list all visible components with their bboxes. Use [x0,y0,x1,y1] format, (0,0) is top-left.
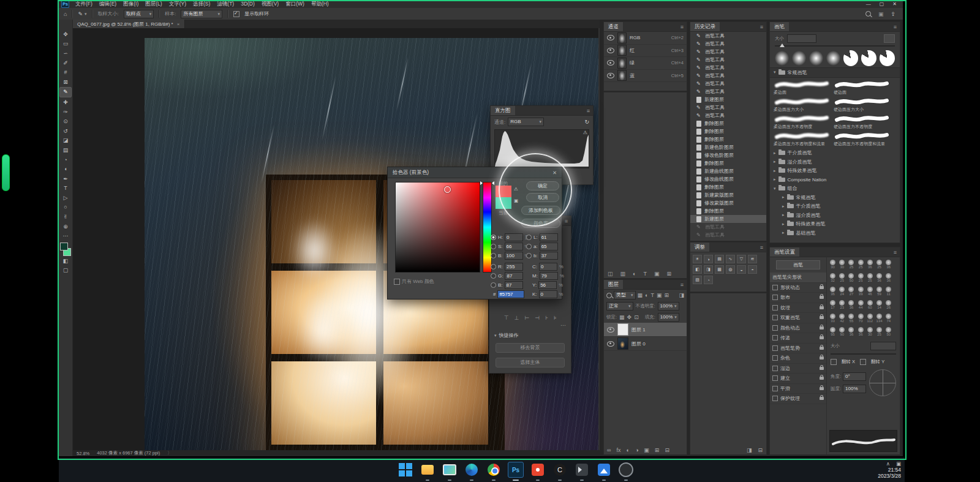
shape-tool[interactable]: ○ [60,203,71,213]
marquee-tool[interactable]: ▭ [60,39,71,49]
brush-folder-row[interactable]: ▾ 组合 [770,184,900,194]
panel-menu-icon[interactable]: ≡ [565,218,571,224]
brush-preset-item[interactable]: 柔边圆 [772,79,832,96]
filter-icon[interactable]: ▣ [657,292,662,298]
brush-folder-row[interactable]: ▸ 常规画笔 [770,193,900,202]
brush-tip-cell[interactable]: 36 [846,326,856,339]
flip-x-checkbox[interactable] [831,359,837,365]
panel-icon[interactable]: ▣ [654,271,660,277]
channels-tab[interactable]: 通道 [604,22,623,31]
option-checkbox[interactable] [772,315,778,320]
history-step[interactable]: 修改蒙版图层 [690,199,766,207]
adjustment-icon[interactable]: ◔ [704,276,713,284]
option-checkbox[interactable] [772,386,778,391]
adjustment-icon[interactable]: ▽ [737,255,746,263]
workspace-icon[interactable]: ▣ [878,11,884,17]
adjustment-icon[interactable]: ∿ [726,255,735,263]
dodge-tool[interactable]: ◖ [60,164,71,174]
channel-row[interactable]: 红 Ctrl+3 [604,45,687,58]
brush-tip-cell[interactable]: 36 [856,326,865,339]
tray-chevron-icon[interactable]: ∧ [886,461,890,467]
s-field[interactable]: 66 [505,243,523,250]
edit-toolbar-icon[interactable]: ⋯ [60,231,71,241]
brush-preset-item[interactable]: 柔边圆压力不透明度和流量 [772,130,832,148]
lock-icon[interactable] [820,336,824,339]
brush-folder-row[interactable]: ▸ Composite Nation [770,175,900,184]
adjustment-icon[interactable]: ▨ [693,276,702,284]
lock-icon[interactable] [820,397,824,400]
tab-close-icon[interactable]: × [177,21,180,27]
brush-option-row[interactable]: 纹理 [770,303,826,314]
brush-tip-cell[interactable]: 24 [837,285,846,299]
brush-tip-cell[interactable]: 23 [837,299,846,312]
brush-option-row[interactable]: 颜色动态 [770,323,826,334]
brush-group-label[interactable]: 常规画笔 [788,69,807,76]
channel-row[interactable]: 蓝 Ctrl+5 [604,70,687,83]
close-button[interactable]: ✕ [892,1,897,7]
adjustments-tab[interactable]: 调整 [690,243,709,252]
brush-tool[interactable]: ✑ [60,107,71,117]
history-step[interactable]: 新建曲线图层 [690,167,766,175]
layers-bottom-icon[interactable]: ◑ [635,447,638,453]
brush-tip-cell[interactable]: 25 [875,326,884,339]
option-checkbox[interactable] [772,396,778,401]
align-icon[interactable]: ⊢ [524,315,529,321]
visibility-eye-icon[interactable] [607,60,614,66]
l-radio[interactable] [526,235,532,240]
color-picker-titlebar[interactable]: 拾色器 (前景色) ✕ [388,167,562,178]
menu-item[interactable]: 文件(F) [75,1,92,8]
share-icon[interactable]: ⇪ [891,11,895,17]
brush-tip-shape-row[interactable]: 画笔笔尖形状 [770,273,826,283]
brush-tip-cell[interactable]: 36 [828,285,837,299]
taskbar-utility-app-icon[interactable] [574,462,590,478]
brush-tip-cell[interactable]: 17 [828,299,837,312]
k-field[interactable]: 0 [539,290,557,298]
brush-tip-cell[interactable]: 36 [884,272,893,285]
option-checkbox[interactable] [772,355,778,361]
brush-folder-row[interactable]: ▸ 特殊效果画笔 [770,167,900,176]
history-step[interactable]: 删除图层 [690,159,766,167]
brush-tip-cell[interactable]: 32 [828,272,837,285]
brush-option-row[interactable]: 杂色 [770,353,826,364]
side-widget-handle[interactable] [2,154,10,191]
foreground-color-swatch[interactable] [60,243,68,250]
align-icon[interactable]: ⊣ [535,315,540,321]
brush-tip-cell[interactable]: 30 [837,258,846,272]
saturation-brightness-field[interactable] [395,182,480,273]
r-radio[interactable] [491,264,496,269]
brush-preset-item[interactable]: 柔边圆压力不透明度 [772,113,832,130]
brush-tip-cell[interactable]: 25 [856,272,865,285]
m-field[interactable]: 79 [540,272,558,280]
brush-folder-row[interactable]: ▸ 干介质画笔 [770,202,900,211]
brushes-shortcut-button[interactable]: 画笔 [776,260,820,269]
rgb-b-radio[interactable] [491,282,496,288]
status-chevron[interactable]: 〉 [167,450,172,456]
brush-tip-cell[interactable]: 30 [865,326,875,339]
adjustment-icon[interactable]: ◓ [748,265,757,274]
history-step[interactable]: 新建蒙版图层 [690,191,766,199]
adjustment-icon[interactable]: ◨ [704,265,713,274]
channel-row[interactable]: 绿 Ctrl+4 [604,57,687,70]
history-step[interactable]: 删除图层 [690,119,766,127]
taskbar-photos-icon[interactable] [442,462,458,478]
brush-option-row[interactable]: 散布 [770,293,826,303]
menu-item[interactable]: 文字(Y) [169,1,186,8]
panel-menu-icon[interactable]: ≡ [894,249,900,255]
layers-tab[interactable]: 图层 [604,280,623,289]
brush-tip-cell[interactable]: 36 [846,299,856,312]
layers-bottom-icon[interactable]: ∞ [607,447,611,453]
visibility-eye-icon[interactable] [607,73,614,78]
history-step[interactable]: 修改曲线图层 [690,175,766,183]
brush-option-row[interactable]: 画笔笔势 [770,344,826,354]
brush-preset-item[interactable]: 硬边圆压力大小 [832,96,892,113]
hue-marker-right[interactable] [492,181,494,185]
brush-tip-cell[interactable]: 60 [865,299,875,312]
brush-folder-row[interactable]: ▸ 湿介质画笔 [770,157,900,167]
a-radio[interactable] [526,244,532,249]
brush-folder-row[interactable]: ▸ 基础画笔 [770,228,900,238]
brush-preset-hard[interactable] [861,50,876,66]
warning-icon[interactable]: ⚠ [583,130,587,135]
brush-tip-cell[interactable]: 11 [884,285,893,299]
lab-b-field[interactable]: 37 [540,252,558,260]
web-only-checkbox[interactable] [394,279,400,285]
